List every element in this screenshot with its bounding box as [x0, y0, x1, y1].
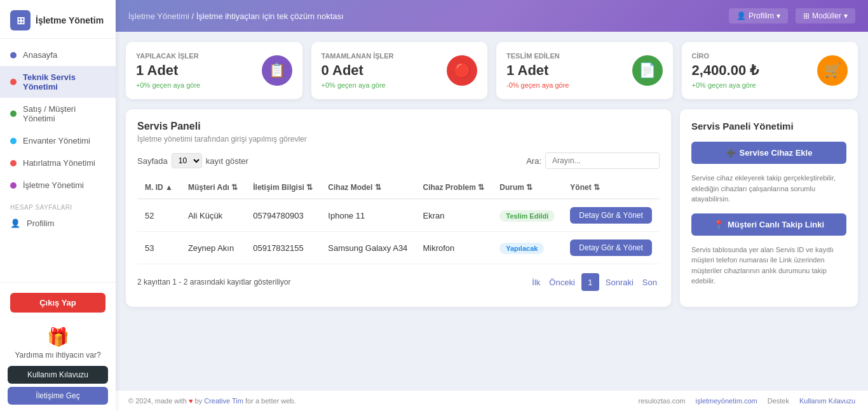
sidebar-item-profilim[interactable]: 👤 Profilim	[0, 213, 116, 233]
pagination-ilk[interactable]: İlk	[529, 276, 543, 288]
footer-copyright: © 2024, made with ♥ by Creative Tim for …	[128, 397, 296, 405]
footer-text: © 2024, made with	[128, 397, 189, 405]
sidebar-item-isletme[interactable]: İşletme Yönetimi	[0, 174, 116, 196]
stat-label-ciro: CİRO	[692, 52, 759, 60]
profilim-topbar-button[interactable]: 👤 Profilim ▾	[729, 8, 788, 24]
cell-durum-1: Teslim Edildi	[492, 199, 562, 232]
sidebar-nav: Anasayfa Teknik Servis Yönetimi Satış / …	[0, 39, 116, 282]
stat-card-teslim: TESLİM EDİLEN 1 Adet -0% geçen aya göre …	[496, 42, 673, 99]
pagination: İlk Önceki 1 Sonraki Son	[529, 273, 660, 291]
sidebar-item-hatirlatma[interactable]: Hatırlatma Yönetimi	[0, 152, 116, 174]
footer-link-destek[interactable]: Destek	[768, 397, 789, 405]
add-device-button[interactable]: ➕ Servise Cihaz Ekle	[691, 142, 846, 164]
stat-change-ciro: +0% geçen aya göre	[692, 81, 759, 89]
customer-link-desc: Servis tablosunda yer alan Servis ID ve …	[691, 245, 846, 286]
breadcrumb-home[interactable]: İşletme Yönetimi	[128, 11, 189, 21]
table-header-row: M. ID ▲ Müşteri Adı ⇅ İletişim Bilgisi ⇅…	[137, 177, 660, 199]
breadcrumb: İşletme Yönetimi / İşletme ihtiyaçları i…	[128, 11, 344, 21]
footer-link-klavuz[interactable]: Kullanım Kılavuzu	[799, 397, 855, 405]
cell-iletisim-1[interactable]: 05794780903	[245, 199, 320, 232]
col-durum: Durum ⇅	[492, 177, 562, 199]
chevron-down-icon: ▾	[776, 11, 780, 20]
klavuz-button[interactable]: Kullanım Kılavuzu	[8, 366, 108, 384]
stat-label-yapilacak: YAPILACAK İŞLER	[136, 52, 200, 60]
sidebar-logo: ⊞ İşletme Yönetim	[0, 0, 116, 39]
sidebar-item-label: Teknik Servis Yönetimi	[23, 72, 105, 91]
envanter-icon	[10, 138, 17, 144]
topbar: İşletme Yönetimi / İşletme ihtiyaçları i…	[116, 0, 868, 32]
plus-icon: ➕	[726, 148, 736, 158]
col-problem: Cihaz Problem ⇅	[415, 177, 492, 199]
stats-row: YAPILACAK İŞLER 1 Adet +0% geçen aya gör…	[126, 42, 858, 99]
creative-tim-link[interactable]: Creative Tim	[204, 397, 243, 405]
sidebar-item-envanter[interactable]: Envanter Yönetimi	[0, 130, 116, 152]
stat-card-yapilacak: YAPILACAK İŞLER 1 Adet +0% geçen aya gör…	[126, 42, 302, 99]
cell-musteri-2[interactable]: Zeynep Akın	[180, 232, 245, 264]
detay-button-1[interactable]: Detay Gör & Yönet	[570, 207, 652, 224]
add-device-label: Servise Cihaz Ekle	[740, 148, 813, 158]
per-page-select[interactable]: 10 25 50	[172, 153, 202, 168]
sidebar-logo-icon: ⊞	[10, 10, 31, 30]
col-musteri: Müşteri Adı ⇅	[180, 177, 245, 199]
topbar-right: 👤 Profilim ▾ ⊞ Modüller ▾	[729, 8, 855, 24]
breadcrumb-current: İşletme ihtiyaçları için tek çözüm nokta…	[196, 11, 344, 21]
search-input[interactable]	[545, 152, 660, 169]
pagination-son[interactable]: Son	[640, 276, 660, 288]
cell-yonet-2: Detay Gör & Yönet	[562, 232, 660, 264]
sidebar-help: 🎁 Yardıma mı ihtiyacın var? Kullanım Kıl…	[0, 320, 116, 411]
cell-durum-2: Yapılacak	[492, 232, 562, 264]
table-head: M. ID ▲ Müşteri Adı ⇅ İletişim Bilgisi ⇅…	[137, 177, 660, 199]
panel-subtitle: İşletme yönetimi tarafından girişi yapıl…	[137, 135, 660, 144]
stat-icon-ciro: 🛒	[817, 55, 848, 86]
body-row: Servis Paneli İşletme yönetimi tarafında…	[126, 109, 858, 307]
profilim-label: Profilim	[27, 219, 54, 228]
stat-change-tamamlanan: +0% geçen aya göre	[322, 81, 394, 89]
stat-change-teslim: -0% geçen aya göre	[506, 81, 569, 89]
stat-value-teslim: 1 Adet	[506, 62, 569, 79]
search-label: Ara:	[526, 156, 541, 166]
stat-icon-tamamlanan: 🔴	[447, 55, 477, 86]
stat-card-left-ciro: CİRO 2,400.00 ₺ +0% geçen aya göre	[692, 52, 759, 89]
footer-link-resuloztas[interactable]: resuloztas.com	[639, 397, 686, 405]
breadcrumb-separator: /	[191, 11, 196, 21]
col-yonet: Yönet ⇅	[562, 177, 660, 199]
stat-value-yapilacak: 1 Adet	[136, 62, 200, 79]
pagination-sonraki[interactable]: Sonraki	[603, 276, 636, 288]
status-badge-1: Teslim Edildi	[499, 210, 555, 222]
stat-card-left-teslim: TESLİM EDİLEN 1 Adet -0% geçen aya göre	[506, 52, 569, 89]
cell-iletisim-2[interactable]: 05917832155	[245, 232, 320, 264]
table-controls-left: Sayfada 10 25 50 kayıt göster	[137, 153, 248, 168]
pagination-onceki[interactable]: Önceki	[546, 276, 577, 288]
stat-card-left-tamamlanan: TAMAMLANAN İŞLER 0 Adet +0% geçen aya gö…	[322, 52, 394, 89]
stat-value-tamamlanan: 0 Adet	[322, 62, 394, 79]
stat-value-ciro: 2,400.00 ₺	[692, 62, 759, 79]
iletisim-button[interactable]: İletişime Geç	[8, 387, 108, 405]
customer-link-label: Müşteri Canlı Takip Linki	[728, 220, 824, 229]
status-badge-2: Yapılacak	[499, 243, 544, 254]
right-panel-title: Servis Paneli Yönetimi	[691, 121, 846, 131]
service-panel: Servis Paneli İşletme yönetimi tarafında…	[126, 109, 671, 307]
detay-button-2[interactable]: Detay Gör & Yönet	[570, 239, 652, 256]
teknik-servis-icon	[10, 79, 17, 85]
customer-link-button[interactable]: 📍 Müşteri Canlı Takip Linki	[691, 213, 846, 236]
footer-link-isletme[interactable]: işletmeyönetim.com	[696, 397, 757, 405]
cikis-button[interactable]: Çıkış Yap	[10, 293, 105, 313]
isletme-icon	[10, 182, 17, 189]
stat-label-tamamlanan: TAMAMLANAN İŞLER	[322, 52, 394, 60]
sidebar-item-teknik-servis[interactable]: Teknik Servis Yönetimi	[0, 66, 116, 98]
right-panel: Servis Paneli Yönetimi ➕ Servise Cihaz E…	[680, 109, 858, 307]
page-footer: © 2024, made with ♥ by Creative Tim for …	[116, 390, 868, 411]
satis-icon	[10, 111, 17, 117]
main-content: İşletme Yönetimi / İşletme ihtiyaçları i…	[116, 0, 868, 411]
profilim-topbar-label: Profilim	[749, 11, 774, 20]
moduller-button[interactable]: ⊞ Modüller ▾	[796, 8, 855, 24]
stat-card-left-yapilacak: YAPILACAK İŞLER 1 Adet +0% geçen aya gör…	[136, 52, 200, 89]
sidebar-item-anasayfa[interactable]: Anasayfa	[0, 44, 116, 66]
table-body: 52 Ali Küçük 05794780903 Iphone 11 Ekran…	[137, 199, 660, 264]
table-controls: Sayfada 10 25 50 kayıt göster Ara:	[137, 152, 660, 169]
sidebar-item-label: Hatırlatma Yönetimi	[23, 158, 95, 168]
help-text: Yardıma mı ihtiyacın var?	[8, 350, 108, 361]
cell-musteri-1[interactable]: Ali Küçük	[180, 199, 245, 232]
sidebar-item-satis[interactable]: Satış / Müşteri Yönetimi	[0, 98, 116, 130]
add-device-desc: Servise cihaz ekleyerek takip gerçekleşt…	[691, 173, 846, 205]
